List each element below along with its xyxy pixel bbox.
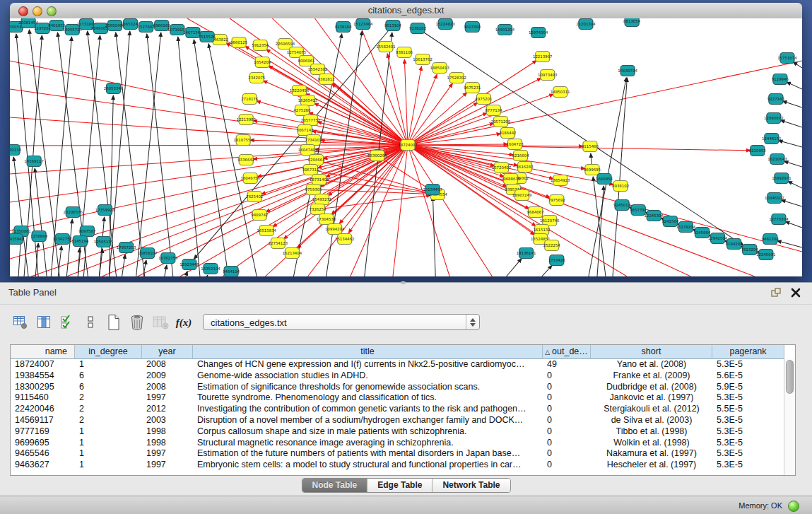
table-cell[interactable]: 5.6E-5 bbox=[712, 370, 784, 382]
table-row[interactable]: 1872400712008Changes of HCN gene express… bbox=[11, 359, 795, 370]
table-cell[interactable]: 0 bbox=[543, 460, 591, 471]
table-cell[interactable]: 19384554 bbox=[11, 370, 75, 382]
table-cell[interactable]: 18724007 bbox=[11, 359, 75, 370]
table-cell[interactable]: 5.3E-5 bbox=[712, 460, 784, 471]
table-cell[interactable]: Changes of HCN gene expression and I(f) … bbox=[193, 359, 543, 370]
table-cell[interactable]: Nakamura et al. (1997) bbox=[591, 448, 712, 460]
graph-node[interactable]: 12213983 bbox=[236, 115, 255, 125]
table-cell[interactable]: 1997 bbox=[142, 392, 193, 404]
graph-edge[interactable] bbox=[787, 82, 802, 89]
graph-edge[interactable] bbox=[613, 78, 627, 276]
delete-table-button[interactable] bbox=[150, 313, 171, 332]
table-row[interactable]: 1830029562008Estimation of significance … bbox=[11, 382, 795, 393]
column-header-out_de[interactable]: △out_de… bbox=[543, 345, 591, 359]
graph-node[interactable]: 18107554 bbox=[233, 135, 253, 146]
graph-node[interactable]: 8186442 bbox=[499, 128, 516, 139]
table-cell[interactable]: 0 bbox=[543, 370, 591, 382]
delete-column-button[interactable] bbox=[126, 313, 148, 332]
network-view[interactable]: 1872400774638229860125591235416542092342… bbox=[10, 18, 802, 276]
graph-node[interactable]: 9461204 bbox=[762, 234, 779, 245]
column-visibility-button[interactable] bbox=[33, 313, 54, 332]
table-cell[interactable]: 1 bbox=[75, 438, 142, 449]
graph-node[interactable]: 9699695 bbox=[584, 165, 601, 175]
graph-edge[interactable] bbox=[408, 93, 467, 145]
table-cell[interactable]: 5.5E-5 bbox=[712, 404, 784, 415]
network-window[interactable]: citations_edges.txt 18724007746382298601… bbox=[10, 3, 802, 276]
graph-node[interactable]: 9245013 bbox=[613, 200, 630, 211]
table-row[interactable]: 977716911998Corpus callosum shape and si… bbox=[11, 426, 795, 438]
graph-node[interactable]: 16265413 bbox=[298, 95, 317, 106]
table-cell[interactable]: 2003 bbox=[142, 415, 193, 426]
graph-edge[interactable] bbox=[408, 60, 536, 145]
table-cell[interactable]: 14569117 bbox=[11, 415, 75, 426]
graph-node[interactable]: 18907249 bbox=[512, 190, 532, 201]
graph-node[interactable]: 3915942 bbox=[10, 234, 24, 245]
graph-node[interactable]: 12444151 bbox=[762, 134, 781, 144]
graph-node[interactable]: 12505135 bbox=[94, 237, 113, 247]
graph-node[interactable]: 15224820 bbox=[435, 19, 455, 30]
table-cell[interactable]: 0 bbox=[543, 392, 591, 404]
table-row[interactable]: 1938455462009Genome-wide association stu… bbox=[11, 370, 795, 382]
graph-edge[interactable] bbox=[186, 271, 187, 276]
table-cell[interactable]: 5.3E-5 bbox=[712, 448, 784, 460]
graph-node[interactable]: 18724007 bbox=[398, 140, 417, 151]
graph-node[interactable]: 9613304 bbox=[464, 22, 481, 33]
table-cell[interactable]: 0 bbox=[543, 415, 591, 426]
table-cell[interactable]: 2 bbox=[75, 404, 142, 415]
graph-edge[interactable] bbox=[784, 161, 802, 167]
table-cell[interactable]: 0 bbox=[543, 448, 591, 460]
graph-node[interactable]: 15134462 bbox=[335, 234, 354, 245]
table-cell[interactable]: 1998 bbox=[142, 438, 193, 449]
graph-node[interactable]: 13654923 bbox=[551, 175, 570, 186]
graph-node[interactable]: 10046102 bbox=[765, 193, 784, 204]
close-panel-icon[interactable] bbox=[791, 288, 801, 298]
graph-node[interactable]: 1604723 bbox=[507, 139, 524, 150]
table-cell[interactable]: 9777169 bbox=[11, 426, 75, 438]
graph-node[interactable]: 1654209 bbox=[254, 57, 271, 68]
table-cell[interactable]: Disruption of a novel member of a sodium… bbox=[193, 415, 543, 426]
graph-node[interactable]: 17957253 bbox=[117, 243, 136, 253]
graph-edge[interactable] bbox=[10, 145, 408, 202]
graph-edge[interactable] bbox=[507, 259, 522, 276]
table-cell[interactable]: 1 bbox=[75, 426, 142, 438]
graph-node[interactable]: 1733426 bbox=[548, 255, 566, 266]
table-cell[interactable]: Investigating the contribution of common… bbox=[193, 404, 543, 415]
table-cell[interactable]: 2008 bbox=[142, 359, 193, 370]
graph-edge[interactable] bbox=[408, 145, 802, 252]
function-builder-button[interactable]: f(x) bbox=[173, 313, 194, 332]
graph-edge[interactable] bbox=[136, 33, 161, 276]
window-titlebar[interactable]: citations_edges.txt bbox=[10, 3, 802, 19]
table-cell[interactable]: 22420046 bbox=[11, 404, 75, 415]
graph-node[interactable]: 12213967 bbox=[533, 52, 552, 62]
graph-edge[interactable] bbox=[597, 186, 604, 276]
graph-edge[interactable] bbox=[408, 145, 755, 276]
column-header-in_degree[interactable]: in_degree bbox=[75, 345, 142, 359]
graph-node[interactable]: 14569117 bbox=[24, 156, 43, 167]
graph-node[interactable]: 5912354 bbox=[252, 40, 269, 51]
table-cell[interactable]: 2009 bbox=[142, 370, 193, 382]
graph-edge[interactable] bbox=[13, 157, 28, 276]
graph-node[interactable]: 1640954 bbox=[596, 174, 613, 185]
graph-node[interactable]: 15720407 bbox=[492, 163, 511, 173]
graph-node[interactable]: 9409742 bbox=[251, 210, 268, 221]
graph-node[interactable]: 16046756 bbox=[240, 173, 260, 184]
graph-edge[interactable] bbox=[10, 145, 408, 146]
graph-edge[interactable] bbox=[393, 145, 408, 276]
graph-edge[interactable] bbox=[257, 101, 408, 145]
graph-node[interactable]: 8216604 bbox=[512, 151, 530, 161]
tab-node-table[interactable]: Node Table bbox=[302, 479, 367, 492]
column-header-name[interactable]: name bbox=[11, 345, 75, 359]
graph-edge[interactable] bbox=[542, 265, 552, 276]
table-row[interactable]: 946362711997Embryonic stem cells: a mode… bbox=[11, 460, 795, 471]
table-cell[interactable]: Stergiakouli et al. (2012) bbox=[591, 404, 712, 415]
table-cell[interactable]: 1 bbox=[75, 460, 142, 471]
graph-node[interactable]: 8194204 bbox=[726, 239, 743, 250]
graph-node[interactable]: 7975692 bbox=[548, 195, 565, 206]
graph-node[interactable]: 12775304 bbox=[769, 214, 789, 225]
graph-node[interactable]: 17528302 bbox=[447, 73, 466, 83]
table-cell[interactable]: 1997 bbox=[142, 460, 193, 471]
graph-node[interactable]: 8777134 bbox=[485, 105, 502, 116]
table-cell[interactable]: 5.9E-5 bbox=[712, 382, 784, 393]
graph-edge[interactable] bbox=[408, 103, 478, 145]
table-row[interactable]: 946554611997Estimation of the future num… bbox=[11, 448, 795, 460]
